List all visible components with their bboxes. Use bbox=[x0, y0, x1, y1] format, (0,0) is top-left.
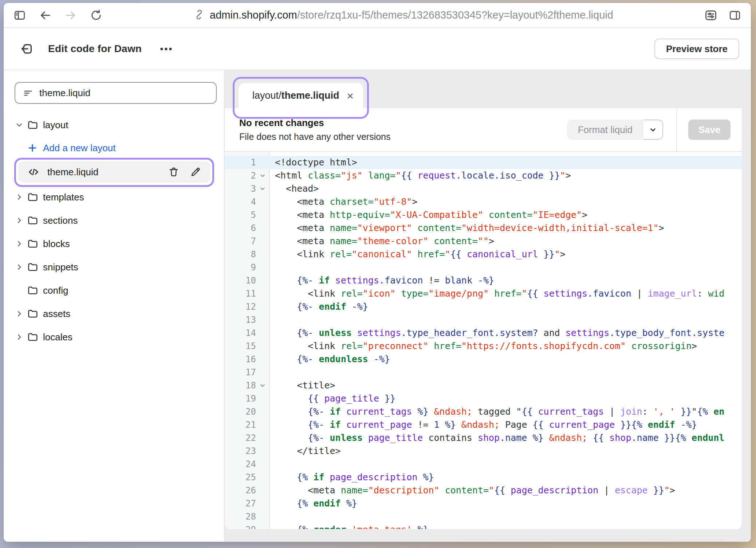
tab-label: layout/theme.liquid bbox=[252, 90, 347, 101]
code-line-12[interactable]: 12 {%- endif -%} bbox=[225, 300, 742, 313]
preview-store-button[interactable]: Preview store bbox=[654, 39, 739, 59]
code-line-24[interactable]: 24 bbox=[225, 458, 742, 471]
back-icon[interactable] bbox=[38, 8, 52, 23]
gutter: 5 bbox=[225, 208, 269, 222]
code-line-14[interactable]: 14 {%- unless settings.type_header_font.… bbox=[225, 326, 742, 340]
rename-file-icon[interactable] bbox=[190, 166, 201, 178]
exit-icon[interactable] bbox=[20, 41, 35, 56]
sidebar-toggle-icon[interactable] bbox=[12, 8, 27, 23]
address-bar[interactable]: admin.shopify.com/store/rzq1xu-f5/themes… bbox=[103, 9, 704, 21]
code-text: <link rel="preconnect" href="https://fon… bbox=[269, 340, 697, 353]
line-number: 7 bbox=[225, 235, 256, 248]
line-number: 22 bbox=[225, 431, 256, 445]
gutter: 12 bbox=[225, 300, 269, 313]
code-line-1[interactable]: 1<!doctype html> bbox=[225, 156, 742, 169]
line-number: 27 bbox=[225, 497, 256, 510]
code-text: {%- unless settings.type_header_font.sys… bbox=[269, 326, 724, 340]
line-number: 6 bbox=[225, 222, 256, 235]
line-number: 16 bbox=[225, 353, 256, 366]
gutter: 22 bbox=[225, 431, 269, 445]
chevron-right-icon[interactable] bbox=[15, 309, 27, 318]
fold-chevron-icon[interactable] bbox=[256, 382, 269, 389]
line-number: 18 bbox=[225, 379, 256, 392]
code-line-2[interactable]: 2<html class="js" lang="{{ request.local… bbox=[225, 169, 742, 182]
line-number: 20 bbox=[225, 405, 256, 418]
tab-theme-liquid[interactable]: layout/theme.liquid × bbox=[239, 83, 363, 108]
code-line-23[interactable]: 23 </title> bbox=[225, 445, 742, 458]
folder-label: locales bbox=[43, 332, 72, 343]
sidebar-item-templates[interactable]: templates bbox=[15, 185, 217, 209]
fold-chevron-icon[interactable] bbox=[256, 185, 269, 192]
chevron-right-icon[interactable] bbox=[15, 216, 27, 225]
gutter: 28 bbox=[225, 510, 269, 523]
code-line-5[interactable]: 5 <meta http-equiv="X-UA-Compatible" con… bbox=[225, 208, 742, 222]
reload-icon[interactable] bbox=[89, 8, 103, 23]
gutter: 15 bbox=[225, 340, 269, 353]
code-line-28[interactable]: 28 bbox=[225, 510, 742, 523]
sidebar-item-assets[interactable]: assets bbox=[15, 302, 217, 325]
code-line-4[interactable]: 4 <meta charset="utf-8"> bbox=[225, 195, 742, 208]
sidebar-item-theme-liquid-selected[interactable]: theme.liquid bbox=[18, 161, 210, 183]
folder-label: config bbox=[43, 285, 68, 296]
code-line-17[interactable]: 17 bbox=[225, 366, 742, 379]
chevron-down-icon[interactable] bbox=[15, 120, 27, 130]
page-title: Edit code for Dawn bbox=[48, 43, 142, 55]
browser-window: admin.shopify.com/store/rzq1xu-f5/themes… bbox=[4, 3, 751, 542]
gutter: 1 bbox=[225, 156, 269, 169]
code-line-29[interactable]: 29 {% render 'meta-tags' %} bbox=[225, 523, 742, 529]
code-line-27[interactable]: 27 {% endif %} bbox=[225, 497, 742, 510]
line-number: 19 bbox=[225, 392, 256, 405]
code-line-9[interactable]: 9 bbox=[225, 261, 742, 274]
chevron-right-icon[interactable] bbox=[15, 239, 27, 248]
code-line-21[interactable]: 21 {%- if current_page != 1 %} &ndash; P… bbox=[225, 418, 742, 431]
code-text bbox=[269, 366, 275, 379]
code-area[interactable]: 1<!doctype html>2<html class="js" lang="… bbox=[225, 152, 742, 529]
code-line-3[interactable]: 3 <head> bbox=[225, 182, 742, 195]
code-line-16[interactable]: 16 {%- endunless -%} bbox=[225, 353, 742, 366]
line-number: 12 bbox=[225, 300, 256, 313]
code-line-15[interactable]: 15 <link rel="preconnect" href="https://… bbox=[225, 340, 742, 353]
code-line-26[interactable]: 26 <meta name="description" content="{{ … bbox=[225, 484, 742, 497]
more-actions-button[interactable]: ••• bbox=[160, 43, 173, 55]
save-button[interactable]: Save bbox=[688, 120, 731, 140]
code-line-20[interactable]: 20 {%- if current_tags %} &ndash; tagged… bbox=[225, 405, 742, 418]
folder-label: snippets bbox=[43, 262, 78, 273]
code-text bbox=[269, 313, 275, 326]
code-line-18[interactable]: 18 <title> bbox=[225, 379, 742, 392]
code-line-13[interactable]: 13 bbox=[225, 313, 742, 326]
gutter: 20 bbox=[225, 405, 269, 418]
folder-label: sections bbox=[43, 215, 78, 226]
page-settings-icon[interactable] bbox=[704, 8, 718, 23]
right-panel-toggle-icon[interactable] bbox=[728, 8, 742, 23]
folder-icon bbox=[27, 308, 43, 320]
code-text: <html class="js" lang="{{ request.locale… bbox=[269, 169, 571, 182]
tab-close-icon[interactable]: × bbox=[347, 90, 354, 102]
chevron-right-icon[interactable] bbox=[15, 262, 27, 272]
sidebar-item-config[interactable]: config bbox=[15, 279, 217, 302]
format-liquid-button[interactable]: Format liquid bbox=[567, 120, 643, 140]
file-search-input[interactable]: theme.liquid bbox=[15, 82, 217, 104]
add-new-layout-link[interactable]: Add a new layout bbox=[15, 137, 217, 159]
code-line-19[interactable]: 19 {{ page_title }} bbox=[225, 392, 742, 405]
code-line-8[interactable]: 8 <link rel="canonical" href="{{ canonic… bbox=[225, 248, 742, 261]
sidebar-item-layout[interactable]: layout bbox=[15, 113, 217, 137]
chevron-right-icon[interactable] bbox=[15, 192, 27, 202]
code-line-10[interactable]: 10 {%- if settings.favicon != blank -%} bbox=[225, 274, 742, 287]
code-text bbox=[269, 261, 275, 274]
gutter: 29 bbox=[225, 523, 269, 529]
code-line-25[interactable]: 25 {% if page_description %} bbox=[225, 471, 742, 484]
code-line-6[interactable]: 6 <meta name="viewport" content="width=d… bbox=[225, 222, 742, 235]
code-line-7[interactable]: 7 <meta name="theme-color" content=""> bbox=[225, 235, 742, 248]
sidebar-item-blocks[interactable]: blocks bbox=[15, 232, 217, 255]
sidebar-item-sections[interactable]: sections bbox=[15, 209, 217, 232]
fold-chevron-icon[interactable] bbox=[256, 172, 269, 179]
code-line-11[interactable]: 11 <link rel="icon" type="image/png" hre… bbox=[225, 287, 742, 300]
format-options-chevron-icon[interactable] bbox=[643, 120, 663, 140]
sidebar-item-snippets[interactable]: snippets bbox=[15, 255, 217, 279]
chevron-right-icon[interactable] bbox=[15, 332, 27, 342]
code-line-22[interactable]: 22 {%- unless page_title contains shop.n… bbox=[225, 431, 742, 445]
gutter: 16 bbox=[225, 353, 269, 366]
app-header: Edit code for Dawn ••• Preview store bbox=[4, 28, 751, 70]
delete-file-icon[interactable] bbox=[168, 166, 180, 178]
sidebar-item-locales[interactable]: locales bbox=[15, 325, 217, 349]
